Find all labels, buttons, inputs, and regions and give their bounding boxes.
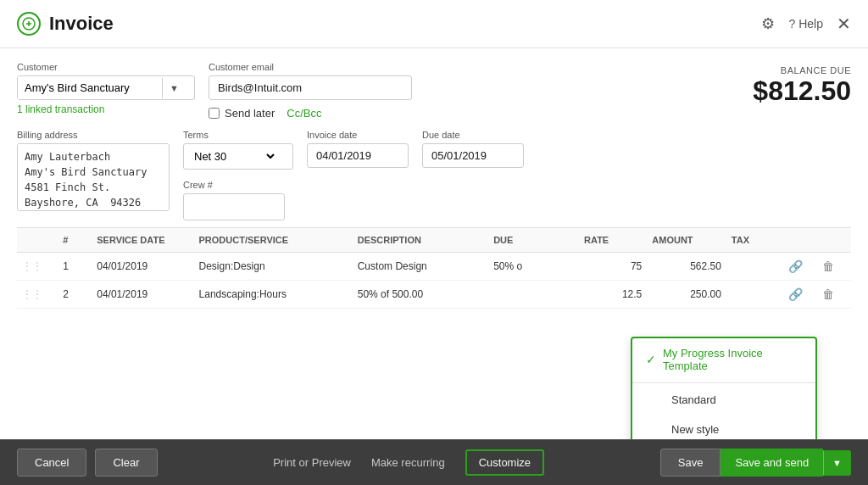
page-title: Invoice [49, 13, 114, 35]
template-item-my-progress[interactable]: ✓ My Progress Invoice Template [632, 338, 815, 381]
col-amount-header: AMOUNT [647, 228, 726, 253]
clear-button[interactable]: Clear [95, 449, 157, 477]
email-label: Customer email [209, 62, 412, 72]
top-form-row: Customer ▼ 1 linked transaction Customer… [17, 62, 851, 120]
row2-product: Landscaping:Hours [194, 281, 353, 309]
send-later-checkbox[interactable] [209, 108, 220, 119]
footer: Cancel Clear Print or Preview Make recur… [0, 439, 868, 485]
col-product-header: PRODUCT/SERVICE [194, 228, 353, 253]
due-date-label: Due date [422, 130, 524, 140]
send-later-label: Send later [225, 107, 275, 120]
row1-due: 50% o [488, 253, 579, 281]
row1-product: Design:Design [194, 253, 353, 281]
make-recurring-button[interactable]: Make recurring [371, 453, 445, 472]
invoice-container: Invoice ⚙ ? Help ✕ Customer ▼ 1 linked t… [0, 0, 868, 485]
col-tax-header: TAX [726, 228, 783, 253]
billing-address-textarea[interactable]: Amy Lauterbach Amy's Bird Sanctuary 4581… [17, 143, 170, 211]
row1-link-icon[interactable]: 🔗 [788, 259, 803, 273]
table-row: ⋮⋮ 2 04/01/2019 Landscaping:Hours 50% of… [17, 281, 851, 309]
col-due-header: DUE [488, 228, 579, 253]
terms-label: Terms [183, 130, 293, 140]
customize-button[interactable]: Customize [465, 449, 544, 476]
col-drag-header [17, 228, 58, 253]
template-dropdown: ✓ My Progress Invoice Template Standard … [631, 337, 817, 439]
customer-label: Customer [17, 62, 195, 72]
billing-row: Billing address Amy Lauterbach Amy's Bir… [17, 130, 851, 220]
terms-date-group: Terms Net 30 Net 15 Due on receipt Crew … [183, 130, 293, 220]
template-item-label: New style [671, 423, 719, 436]
crew-input[interactable] [183, 193, 285, 220]
billing-address-label: Billing address [17, 130, 170, 140]
linked-transaction-link[interactable]: 1 linked transaction [17, 103, 195, 115]
crew-group: Crew # [183, 180, 293, 220]
terms-select[interactable]: Net 30 Net 15 Due on receipt [184, 144, 277, 169]
cancel-button[interactable]: Cancel [17, 449, 86, 477]
customer-dropdown-arrow[interactable]: ▼ [162, 78, 186, 98]
row1-desc: Custom Design [353, 253, 488, 281]
template-item-label: Standard [671, 393, 716, 406]
template-item-new-style[interactable]: New style [632, 415, 815, 439]
footer-center: Print or Preview Make recurring Customiz… [273, 449, 544, 476]
balance-due-amount: $812.50 [753, 75, 851, 107]
settings-button[interactable]: ⚙ [761, 14, 775, 33]
main-content: Customer ▼ 1 linked transaction Customer… [0, 48, 868, 439]
row2-rate: 12.5 [579, 281, 647, 309]
drag-handle-1[interactable]: ⋮⋮ [22, 260, 42, 272]
help-button[interactable]: ? Help [788, 17, 823, 31]
row2-amount: 250.00 [647, 281, 726, 309]
check-icon: ✓ [646, 353, 656, 366]
due-date-group: Due date [422, 130, 524, 168]
save-button[interactable]: Save [660, 449, 721, 477]
template-item-label: My Progress Invoice Template [663, 347, 802, 372]
terms-group: Terms Net 30 Net 15 Due on receipt [183, 130, 293, 170]
drag-handle-2[interactable]: ⋮⋮ [22, 288, 42, 300]
due-date-input[interactable] [422, 143, 524, 168]
invoice-date-label: Invoice date [307, 130, 409, 140]
terms-select-wrap: Net 30 Net 15 Due on receipt [183, 143, 293, 170]
print-preview-button[interactable]: Print or Preview [273, 453, 351, 472]
invoice-date-group: Invoice date [307, 130, 409, 168]
col-del-header [817, 228, 851, 253]
close-button[interactable]: ✕ [837, 14, 851, 34]
footer-left: Cancel Clear [17, 449, 158, 477]
template-divider-1 [632, 382, 815, 383]
row2-tax [726, 281, 783, 309]
row2-delete-icon[interactable]: 🗑 [822, 287, 834, 301]
col-num-header: # [58, 228, 92, 253]
table-row: ⋮⋮ 1 04/01/2019 Design:Design Custom Des… [17, 253, 851, 281]
header-right: ⚙ ? Help ✕ [761, 14, 851, 34]
template-item-standard[interactable]: Standard [632, 385, 815, 415]
billing-address-group: Billing address Amy Lauterbach Amy's Bir… [17, 130, 170, 211]
col-date-header: SERVICE DATE [92, 228, 193, 253]
email-group: Customer email Send later Cc/Bcc [209, 62, 412, 120]
invoice-table: # SERVICE DATE PRODUCT/SERVICE DESCRIPTI… [17, 227, 851, 309]
invoice-icon [17, 12, 41, 36]
row2-due [488, 281, 579, 309]
balance-due-section: BALANCE DUE $812.50 [753, 62, 851, 107]
row2-link-icon[interactable]: 🔗 [788, 287, 803, 301]
col-desc-header: DESCRIPTION [353, 228, 488, 253]
row1-delete-icon[interactable]: 🗑 [822, 259, 834, 273]
row2-date: 04/01/2019 [92, 281, 193, 309]
cc-bcc-link[interactable]: Cc/Bcc [287, 107, 321, 120]
save-send-dropdown-arrow[interactable]: ▼ [823, 450, 851, 476]
balance-due-label: BALANCE DUE [753, 65, 851, 75]
save-send-button[interactable]: Save and send [721, 449, 823, 477]
header-left: Invoice [17, 12, 114, 36]
customer-input-wrap: ▼ [17, 75, 195, 100]
row2-desc: 50% of 500.00 [353, 281, 488, 309]
customer-group: Customer ▼ 1 linked transaction [17, 62, 195, 115]
row2-num: 2 [58, 281, 92, 309]
table-section: # SERVICE DATE PRODUCT/SERVICE DESCRIPTI… [17, 227, 851, 309]
row1-amount: 562.50 [647, 253, 726, 281]
crew-label: Crew # [183, 180, 293, 190]
email-input[interactable] [209, 75, 412, 100]
customer-input[interactable] [18, 76, 162, 99]
row1-rate: 75 [579, 253, 647, 281]
invoice-date-input[interactable] [307, 143, 409, 168]
col-rate-header: RATE [579, 228, 647, 253]
header: Invoice ⚙ ? Help ✕ [0, 0, 868, 48]
footer-right: Save Save and send ▼ [660, 449, 851, 477]
send-later-row: Send later Cc/Bcc [209, 107, 412, 120]
row1-date: 04/01/2019 [92, 253, 193, 281]
